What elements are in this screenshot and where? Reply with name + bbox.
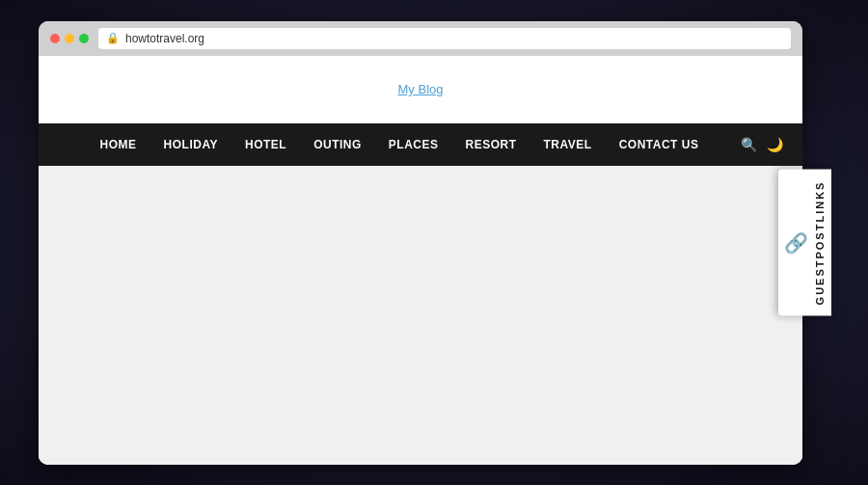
nav-item-home[interactable]: HOME [87,138,150,151]
site-logo-link[interactable]: My Blog [398,82,444,96]
nav-item-resort[interactable]: RESORT [452,138,530,151]
traffic-light-close[interactable] [50,34,60,43]
side-label[interactable]: GUESTPOSTLINKS 🔗 [778,169,831,316]
screen-wrapper: 🔒 howtotravel.org My Blog HOME HOLIDAY H… [39,21,829,465]
browser-content: My Blog HOME HOLIDAY HOTEL OUTING PLACES… [39,56,802,465]
side-label-text: GUESTPOSTLINKS [814,180,826,305]
site-header: My Blog [39,56,802,123]
browser-window: 🔒 howtotravel.org My Blog HOME HOLIDAY H… [39,21,802,465]
nav-item-travel[interactable]: TRAVEL [530,138,606,151]
navigation-bar: HOME HOLIDAY HOTEL OUTING PLACES RESORT … [39,123,802,166]
traffic-light-maximize[interactable] [79,34,89,43]
search-button[interactable]: 🔍 [741,137,757,152]
traffic-lights [50,34,89,43]
main-content [39,166,802,465]
side-label-icon: 🔗 [784,231,808,255]
lock-icon: 🔒 [106,32,120,44]
nav-item-places[interactable]: PLACES [375,138,452,151]
nav-icons: 🔍 🌙 [741,137,783,152]
nav-item-contact[interactable]: CONTACT US [606,138,713,151]
browser-chrome: 🔒 howtotravel.org [39,21,802,56]
nav-links: HOME HOLIDAY HOTEL OUTING PLACES RESORT … [58,138,741,151]
nav-item-holiday[interactable]: HOLIDAY [150,138,231,151]
traffic-light-minimize[interactable] [65,34,74,43]
dark-mode-icon[interactable]: 🌙 [767,137,783,152]
address-bar[interactable]: 🔒 howtotravel.org [98,28,791,49]
nav-item-hotel[interactable]: HOTEL [231,138,300,151]
nav-item-outing[interactable]: OUTING [300,138,375,151]
url-text: howtotravel.org [125,32,204,45]
